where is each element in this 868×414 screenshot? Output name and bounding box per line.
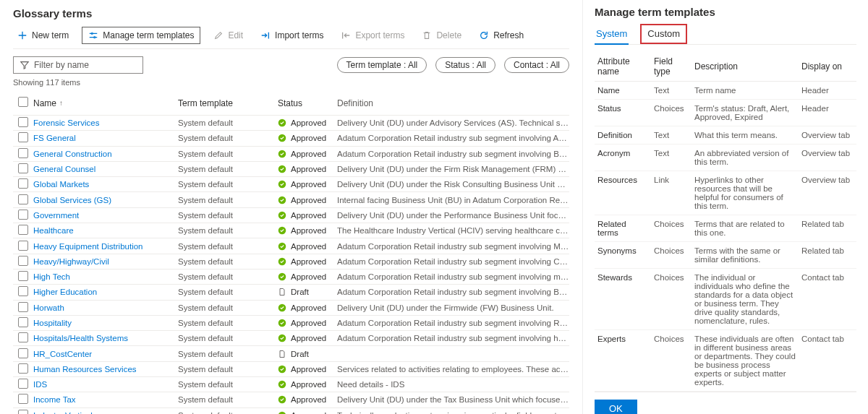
refresh-label: Refresh	[493, 30, 524, 40]
sort-asc-icon: ↑	[59, 99, 63, 107]
filter-placeholder: Filter by name	[34, 60, 89, 70]
row-checkbox[interactable]	[18, 210, 28, 220]
new-term-button[interactable]: New term	[13, 27, 73, 43]
pill-status[interactable]: Status : All	[435, 57, 495, 73]
term-template-cell: System default	[178, 411, 278, 414]
table-row: GovernmentSystem defaultApprovedDelivery…	[13, 208, 569, 223]
row-checkbox[interactable]	[18, 317, 28, 327]
term-template-cell: System default	[178, 319, 278, 327]
tab-system[interactable]: System	[595, 24, 629, 45]
status-cell: Approved	[278, 272, 337, 281]
row-checkbox[interactable]	[18, 256, 28, 266]
select-all-checkbox[interactable]	[18, 97, 28, 107]
term-name-link[interactable]: High Tech	[33, 272, 178, 281]
row-checkbox[interactable]	[18, 410, 28, 414]
term-name-link[interactable]: Industry Verticals	[33, 411, 178, 414]
row-checkbox[interactable]	[18, 148, 28, 158]
term-name-link[interactable]: Horwath	[33, 303, 178, 312]
term-name-link[interactable]: Healthcare	[33, 226, 178, 235]
status-cell: Approved	[278, 196, 337, 204]
row-checkbox[interactable]	[18, 225, 28, 235]
row-checkbox[interactable]	[18, 394, 28, 404]
table-row: HorwathSystem defaultApprovedDelivery Un…	[13, 301, 569, 316]
attr-description-cell: The individual or individuals who define…	[692, 269, 799, 330]
term-template-cell: System default	[178, 165, 278, 173]
term-name-link[interactable]: Hospitality	[33, 319, 178, 327]
definition-cell: Adatum Corporation Retail industry sub s…	[337, 288, 569, 296]
attribute-row: SynonymsChoicesTerms with the same or si…	[595, 242, 856, 269]
term-name-link[interactable]: Heavy Equipment Distribution	[33, 242, 178, 251]
trash-icon	[422, 30, 432, 40]
pencil-icon	[213, 30, 224, 40]
row-checkbox[interactable]	[18, 132, 28, 142]
row-checkbox[interactable]	[18, 271, 28, 281]
table-row: Heavy/Highway/CivilSystem defaultApprove…	[13, 254, 569, 269]
approved-icon	[278, 134, 286, 142]
definition-cell: Delivery Unit (DU) under the Firmwide (F…	[337, 303, 569, 312]
attr-display-cell: Related tab	[799, 215, 856, 242]
table-row: HealthcareSystem defaultApprovedThe Heal…	[13, 223, 569, 238]
col-header-status[interactable]: Status	[278, 98, 337, 108]
table-row: Heavy Equipment DistributionSystem defau…	[13, 238, 569, 254]
term-name-link[interactable]: Heavy/Highway/Civil	[33, 257, 178, 266]
table-row: General ConstructionSystem defaultApprov…	[13, 147, 569, 162]
col-header-term-template[interactable]: Term template	[178, 98, 278, 108]
col-header-definition[interactable]: Definition	[337, 98, 569, 108]
attr-description-cell: Hyperlinks to other resources that will …	[692, 171, 799, 215]
term-name-link[interactable]: Global Services (GS)	[33, 196, 178, 204]
definition-cell: Adatum Corporation Retail industry sub s…	[337, 242, 569, 251]
term-name-link[interactable]: Forensic Services	[33, 118, 178, 127]
status-cell: Draft	[278, 350, 337, 358]
manage-term-templates-button[interactable]: Manage term templates	[82, 27, 200, 44]
row-checkbox[interactable]	[18, 241, 28, 251]
attr-col-display: Display on	[799, 52, 856, 82]
attr-name-cell: Stewards	[595, 269, 651, 330]
delete-button[interactable]: Delete	[417, 27, 466, 43]
attr-description-cell: These individuals are often in different…	[692, 330, 799, 392]
approved-icon	[278, 211, 286, 220]
row-checkbox[interactable]	[18, 363, 28, 374]
row-checkbox[interactable]	[18, 348, 28, 358]
pill-contact[interactable]: Contact : All	[504, 57, 569, 73]
row-checkbox[interactable]	[18, 332, 28, 342]
row-checkbox[interactable]	[18, 379, 28, 389]
row-checkbox[interactable]	[18, 178, 28, 189]
ok-button[interactable]: OK	[595, 400, 637, 414]
term-name-link[interactable]: Income Tax	[33, 395, 178, 404]
approved-icon	[278, 395, 286, 404]
term-template-cell: System default	[178, 196, 278, 204]
row-checkbox[interactable]	[18, 163, 28, 173]
tab-custom[interactable]: Custom	[640, 24, 687, 44]
attr-display-cell: Header	[799, 100, 856, 126]
import-terms-button[interactable]: Import terms	[256, 27, 328, 43]
row-checkbox[interactable]	[18, 286, 28, 296]
row-checkbox[interactable]	[18, 302, 28, 312]
term-name-link[interactable]: General Construction	[33, 150, 178, 158]
edit-button[interactable]: Edit	[209, 27, 247, 43]
term-name-link[interactable]: IDS	[33, 380, 178, 389]
attr-description-cell: Term name	[692, 82, 799, 100]
row-checkbox[interactable]	[18, 194, 28, 204]
col-header-name[interactable]: Name ↑	[33, 98, 178, 108]
term-name-link[interactable]: Hospitals/Health Systems	[33, 334, 178, 342]
term-name-link[interactable]: FS General	[33, 134, 178, 142]
term-template-cell: System default	[178, 365, 278, 374]
term-name-link[interactable]: Government	[33, 211, 178, 220]
filter-by-name-input[interactable]: Filter by name	[13, 56, 143, 74]
definition-cell: The Healthcare Industry Vertical (HCIV) …	[337, 226, 569, 235]
term-name-link[interactable]: HR_CostCenter	[33, 350, 178, 358]
status-cell: Approved	[278, 134, 337, 142]
approved-icon	[278, 226, 286, 235]
attr-display-cell: Overview tab	[799, 171, 856, 215]
pill-term-template[interactable]: Term template : All	[337, 57, 427, 73]
row-checkbox[interactable]	[18, 117, 28, 127]
term-name-link[interactable]: Human Resources Services	[33, 365, 178, 374]
refresh-button[interactable]: Refresh	[475, 27, 528, 43]
term-name-link[interactable]: Higher Education	[33, 288, 178, 296]
term-name-link[interactable]: General Counsel	[33, 165, 178, 173]
term-name-link[interactable]: Global Markets	[33, 180, 178, 189]
attr-description-cell: Terms with the same or similar definitio…	[692, 242, 799, 269]
export-terms-button[interactable]: Export terms	[336, 27, 409, 43]
table-row: HospitalitySystem defaultApprovedAdatum …	[13, 316, 569, 331]
attr-display-cell: Overview tab	[799, 126, 856, 145]
